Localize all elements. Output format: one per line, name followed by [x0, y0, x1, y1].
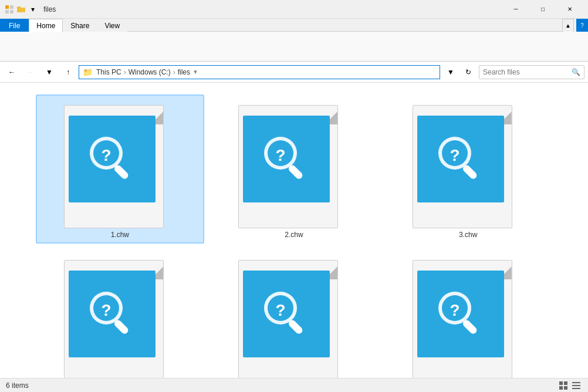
file-thumbnail: ?: [417, 116, 504, 202]
file-thumbnail: ?: [243, 271, 330, 357]
main-area: ? 1.chw ?: [0, 83, 588, 378]
dropdown-btn[interactable]: ▼: [442, 65, 459, 79]
file-icon-container: ?: [64, 99, 175, 228]
svg-rect-27: [461, 319, 478, 335]
svg-rect-3: [10, 10, 13, 13]
title-bar-icons: ▾: [5, 5, 38, 14]
forward-button[interactable]: →: [22, 65, 39, 79]
details-view-button[interactable]: [570, 380, 582, 391]
breadcrumb-dropdown-icon[interactable]: ▼: [192, 69, 198, 75]
search-icon[interactable]: 🔍: [572, 68, 580, 76]
svg-rect-34: [572, 388, 580, 389]
title-bar-controls: ─ □ ✕: [502, 0, 583, 19]
file-thumbnail: ?: [69, 116, 156, 202]
dropdown-arrow-icon[interactable]: ▾: [28, 5, 38, 14]
title-bar: ▾ files ─ □ ✕: [0, 0, 588, 19]
svg-rect-28: [559, 381, 563, 385]
file-icon-container: ?: [238, 254, 350, 378]
file-item-4[interactable]: ? 4.chw: [36, 249, 204, 378]
svg-rect-7: [113, 164, 130, 180]
maximize-button[interactable]: □: [529, 0, 556, 19]
svg-rect-11: [287, 164, 303, 180]
file-thumbnail: ?: [243, 116, 330, 202]
file-icon-container: ?: [413, 254, 524, 378]
breadcrumb-this-pc[interactable]: This PC: [96, 68, 121, 76]
svg-rect-29: [564, 381, 567, 385]
file-item-3[interactable]: ? 3.chw: [384, 94, 552, 244]
chw-icon: ?: [431, 285, 490, 343]
file-thumbnail: ?: [417, 271, 504, 357]
chw-icon: ?: [257, 130, 316, 188]
file-item-5[interactable]: ? 5.chw: [210, 249, 379, 378]
svg-text:?: ?: [450, 146, 459, 164]
ribbon-tabs: File Home Share View ▲ ?: [0, 19, 588, 32]
svg-text:?: ?: [450, 301, 459, 319]
files-grid: ? 1.chw ?: [30, 89, 558, 378]
chw-icon: ?: [257, 285, 316, 343]
svg-rect-0: [5, 5, 9, 9]
file-item-2[interactable]: ? 2.chw: [210, 94, 379, 244]
tab-share[interactable]: Share: [63, 19, 97, 32]
file-item-1[interactable]: ? 1.chw: [36, 94, 204, 244]
refresh-button[interactable]: ↻: [460, 65, 477, 79]
up-button[interactable]: ↑: [60, 65, 76, 79]
address-end-buttons: ▼ ↻: [442, 65, 477, 79]
svg-text:?: ?: [275, 301, 285, 319]
address-bar: ← → ▼ ↑ 📁 This PC › Windows (C:) › files…: [0, 62, 588, 83]
breadcrumb-windows-c[interactable]: Windows (C:): [129, 68, 171, 76]
search-box[interactable]: 🔍: [479, 65, 584, 79]
close-button[interactable]: ✕: [556, 0, 583, 19]
view-buttons: [557, 380, 582, 391]
help-button[interactable]: ?: [576, 19, 588, 32]
file-icon-container: ?: [238, 99, 350, 228]
file-icon-container: ?: [413, 99, 524, 228]
svg-rect-31: [564, 386, 567, 390]
ribbon: File Home Share View ▲ ?: [0, 19, 588, 62]
quick-access-icon[interactable]: [5, 5, 14, 14]
file-label: 3.chw: [459, 231, 477, 239]
tab-file[interactable]: File: [0, 19, 29, 32]
chw-icon: ?: [83, 285, 141, 343]
breadcrumb[interactable]: 📁 This PC › Windows (C:) › files ▼: [79, 65, 440, 79]
svg-text:?: ?: [102, 301, 111, 319]
file-thumbnail: ?: [69, 271, 156, 357]
large-icons-view-button[interactable]: [557, 380, 569, 391]
svg-rect-32: [572, 382, 580, 383]
tab-view[interactable]: View: [97, 19, 127, 32]
window-title: files: [43, 5, 499, 13]
svg-rect-19: [113, 319, 130, 335]
minimize-button[interactable]: ─: [502, 0, 529, 19]
file-label: 2.chw: [285, 231, 303, 239]
chw-icon: ?: [83, 130, 141, 188]
ribbon-content: [0, 32, 588, 61]
file-item-6[interactable]: ? 6.chw: [384, 249, 552, 378]
file-label: 1.chw: [111, 231, 129, 239]
back-button[interactable]: ←: [4, 65, 20, 79]
svg-rect-30: [559, 386, 563, 390]
svg-rect-2: [5, 10, 9, 13]
tab-home[interactable]: Home: [29, 19, 63, 32]
svg-text:?: ?: [275, 146, 285, 164]
svg-text:?: ?: [102, 146, 111, 164]
item-count: 6 items: [6, 381, 29, 390]
search-input[interactable]: [483, 68, 572, 76]
svg-rect-33: [572, 385, 580, 386]
file-icon-container: ?: [64, 254, 175, 378]
svg-rect-1: [10, 5, 13, 9]
svg-rect-23: [287, 319, 303, 335]
breadcrumb-files[interactable]: files: [178, 68, 190, 76]
status-bar: 6 items: [0, 378, 588, 392]
recent-locations-button[interactable]: ▼: [41, 65, 58, 79]
folder-breadcrumb-icon: 📁: [83, 67, 93, 77]
chw-icon: ?: [431, 130, 490, 188]
folder-icon: [16, 5, 26, 14]
ribbon-toggle[interactable]: ▲: [562, 19, 574, 32]
